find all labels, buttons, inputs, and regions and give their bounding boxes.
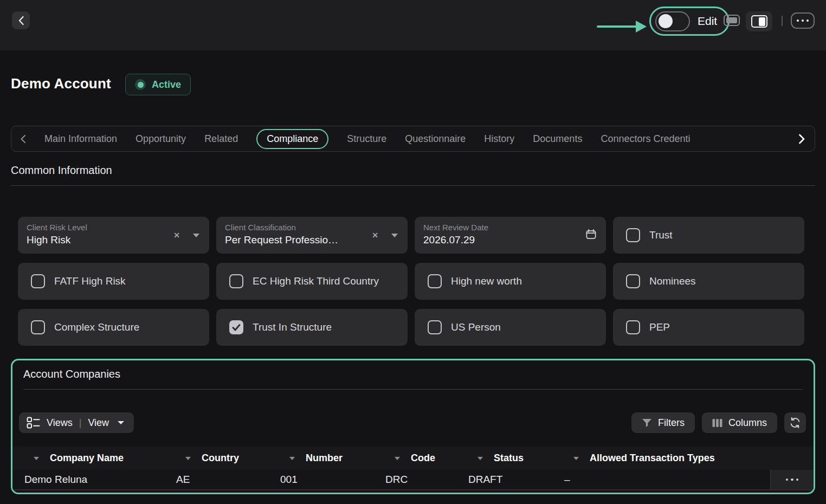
sort-caret-icon (34, 457, 39, 460)
cell-company-name: Demo Reluna (24, 474, 176, 486)
checkbox-icon[interactable] (229, 274, 243, 288)
filters-button[interactable]: Filters (631, 412, 695, 433)
table-header-row: Company Name Country Number Code Status … (12, 447, 814, 470)
columns-icon (712, 418, 722, 428)
chevron-down-icon[interactable] (391, 234, 398, 237)
split-panel-button[interactable] (746, 11, 772, 31)
checkbox-icon[interactable] (428, 274, 442, 288)
sort-caret-icon (573, 457, 579, 460)
row-actions-button[interactable] (770, 470, 814, 489)
checkbox-checked-icon[interactable] (229, 320, 243, 334)
sort-caret-icon (289, 457, 295, 460)
section-divider (11, 185, 815, 186)
divider: | (79, 417, 82, 429)
client-classification-field[interactable]: Client Classification Per Request Profes… (216, 217, 408, 254)
column-header-allowed-transaction-types[interactable]: Allowed Transaction Types (564, 453, 814, 464)
chevron-down-icon[interactable] (193, 234, 199, 237)
checkbox-icon[interactable] (626, 320, 640, 334)
account-companies-title: Account Companies (23, 368, 120, 380)
status-badge: Active (125, 74, 191, 95)
split-panel-icon (751, 15, 767, 28)
tab-compliance[interactable]: Compliance (256, 129, 328, 149)
cell-code: DRC (385, 474, 468, 486)
checkbox-pep[interactable]: PEP (613, 309, 804, 346)
checkbox-icon[interactable] (626, 228, 640, 242)
account-companies-section-highlight: Account Companies Views | View Filters C… (11, 359, 815, 494)
tab-main-information[interactable]: Main Information (44, 133, 117, 145)
refresh-icon (789, 417, 801, 429)
edit-toggle-label: Edit (698, 15, 717, 28)
column-header-country[interactable]: Country (176, 453, 280, 464)
checkbox-nominees[interactable]: Nominees (613, 263, 804, 300)
edit-toggle-highlight: Edit (649, 7, 730, 36)
sort-caret-icon (185, 457, 191, 460)
chevron-right-icon (798, 134, 805, 144)
more-options-button[interactable] (791, 12, 815, 29)
annotation-arrow (597, 21, 647, 33)
cell-country: AE (176, 474, 280, 486)
checkbox-complex-structure[interactable]: Complex Structure (18, 309, 209, 346)
tab-documents[interactable]: Documents (533, 133, 582, 145)
checkbox-ec-high-risk-third-country[interactable]: EC High Risk Third Country (216, 263, 408, 300)
views-label: Views (47, 417, 73, 429)
column-header-number[interactable]: Number (280, 453, 385, 464)
checkbox-icon[interactable] (626, 274, 640, 288)
status-dot-icon (135, 79, 146, 90)
client-risk-level-field[interactable]: Client Risk Level High Risk ✕ (18, 217, 209, 254)
next-review-date-field[interactable]: Next Review Date 2026.07.29 (415, 217, 606, 254)
current-view-label: View (88, 417, 109, 429)
common-information-title: Common Information (11, 164, 112, 177)
column-header-company-name[interactable]: Company Name (24, 453, 176, 464)
page-title: Demo Account (11, 75, 111, 92)
checkbox-icon[interactable] (428, 320, 442, 334)
tab-history[interactable]: History (484, 133, 514, 145)
checkbox-trust-in-structure[interactable]: Trust In Structure (216, 309, 408, 346)
checkbox-us-person[interactable]: US Person (415, 309, 606, 346)
field-value: 2026.07.29 (423, 234, 559, 246)
table-row[interactable]: Demo Reluna AE 001 DRC DRAFT – (12, 470, 814, 490)
checkbox-fatf-high-risk[interactable]: FATF High Risk (18, 263, 209, 300)
tabs-scroll-left-button[interactable] (20, 134, 26, 144)
cell-number: 001 (280, 474, 385, 486)
section-divider (23, 389, 803, 390)
checkbox-icon[interactable] (31, 320, 45, 334)
toggle-knob (659, 14, 673, 28)
ellipsis-icon (797, 20, 799, 22)
ellipsis-icon (786, 479, 789, 481)
column-header-code[interactable]: Code (385, 453, 468, 464)
list-view-icon (27, 417, 40, 429)
clear-icon[interactable]: ✕ (173, 231, 180, 240)
tab-structure[interactable]: Structure (347, 133, 386, 145)
field-value: Per Request Professio… (225, 234, 360, 246)
companies-table: Company Name Country Number Code Status … (12, 447, 814, 490)
checkbox-high-new-worth[interactable]: High new worth (415, 263, 606, 300)
tab-opportunity[interactable]: Opportunity (135, 133, 186, 145)
calendar-icon[interactable] (585, 228, 597, 243)
field-label: Next Review Date (423, 223, 597, 232)
chevron-left-icon (20, 134, 26, 144)
columns-button[interactable]: Columns (702, 412, 777, 433)
checkbox-trust[interactable]: Trust (613, 217, 804, 254)
tab-bar: Main Information Opportunity Related Com… (11, 126, 815, 152)
funnel-icon (642, 418, 652, 428)
panel-fill-icon (726, 17, 737, 23)
views-selector-button[interactable]: Views | View (19, 412, 134, 433)
sort-caret-icon (395, 457, 400, 460)
refresh-button[interactable] (784, 412, 806, 433)
top-bar: Edit (0, 0, 826, 50)
clear-icon[interactable]: ✕ (372, 231, 378, 240)
tab-connectors-credentials[interactable]: Connectors Credenti (601, 133, 690, 145)
tab-questionnaire[interactable]: Questionnaire (405, 133, 466, 145)
sort-caret-icon (477, 457, 483, 460)
tabs-scroll-right-button[interactable] (798, 134, 805, 144)
panel-collapsed-button[interactable] (724, 15, 740, 26)
tab-related[interactable]: Related (204, 133, 238, 145)
chevron-down-icon (118, 421, 124, 424)
column-header-status[interactable]: Status (468, 453, 564, 464)
back-button[interactable] (12, 11, 30, 29)
table-toolbar-right: Filters Columns (631, 412, 806, 433)
edit-toggle[interactable] (655, 11, 690, 31)
checkbox-icon[interactable] (31, 274, 45, 288)
cell-status: DRAFT (468, 474, 564, 486)
common-information-form: Client Risk Level High Risk ✕ Client Cla… (18, 217, 804, 346)
